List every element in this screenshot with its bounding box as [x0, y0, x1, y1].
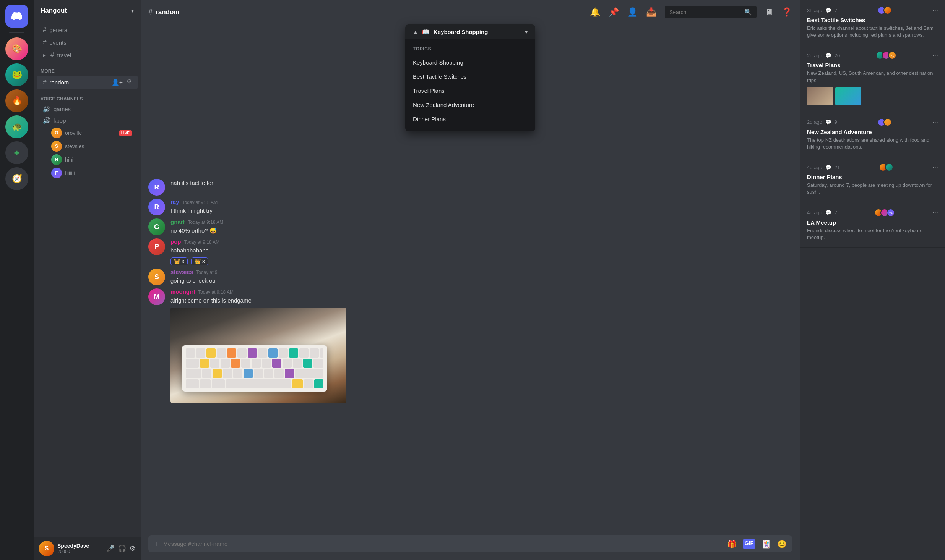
voice-username-oroville: oroville [65, 130, 82, 136]
server-name: Hangout [41, 7, 67, 15]
message-text-gnarf: no 40% ortho? 😅 [170, 227, 792, 235]
message-text-partial: nah it's tactile for [170, 179, 792, 187]
notification-bell-icon[interactable]: 🔔 [590, 7, 600, 17]
thread-best-tactile[interactable]: 3h ago 💬 7 ··· Best Tactile Switches Eri… [800, 0, 945, 45]
main-content: # random 🔔 📌 👤 📥 🔍 🖥 ❓ ▲ 📖 Keyboard Shop… [141, 0, 800, 560]
voice-user-fiiiiiii[interactable]: F fiiiiiii [37, 167, 138, 180]
channel-events[interactable]: # events [37, 36, 138, 49]
deafen-icon[interactable]: 🎧 [118, 544, 126, 553]
thread-preview-dinner: Saturday, around 7, people are meeting u… [807, 182, 938, 196]
thread-comment-count-dinner: 21 [835, 165, 840, 170]
message-stevsies: S stevsies Today at 9 going to check ou [141, 267, 800, 287]
topic-dropdown-wrapper: ▲ 📖 Keyboard Shopping ▾ TOPICS Keyboard … [405, 24, 535, 131]
topic-option-keyboard-shopping[interactable]: Keyboard Shopping [405, 55, 535, 70]
search-bar[interactable]: 🔍 [665, 6, 757, 18]
voice-channel-kpop[interactable]: 🔊 kpop [37, 115, 138, 126]
thread-more-menu-nz[interactable]: ··· [932, 118, 938, 126]
message-content-stevsies: stevsies Today at 9 going to check ou [170, 269, 792, 285]
help-icon[interactable]: ❓ [782, 7, 792, 17]
user-info: SpeedyDave #0000 [57, 543, 103, 554]
message-content-ray: ray Today at 9:18 AM I think I might try [170, 199, 792, 215]
server-icon-discord[interactable] [5, 5, 28, 28]
inbox-2-icon[interactable]: 🖥 [765, 7, 773, 17]
voice-username-hihi: hihi [65, 157, 73, 163]
thread-la-meetup[interactable]: 4d ago 💬 7 +1 ··· LA Meetup Friends disc… [800, 202, 945, 248]
thread-comment-count-travel: 20 [835, 53, 840, 58]
topic-option-travel-plans[interactable]: Travel Plans [405, 84, 535, 98]
user-settings-icon[interactable]: ⚙ [129, 544, 135, 553]
add-member-button[interactable]: 👤+ [110, 78, 124, 87]
message-timestamp-stevsies: Today at 9 [196, 270, 217, 275]
server-icon-turtle[interactable]: 🐢 [5, 115, 28, 138]
more-section-label: MORE [34, 62, 141, 75]
thread-preview-la: Friends discuss where to meet for the Ap… [807, 227, 938, 241]
thread-travel-plans[interactable]: 2d ago 💬 20 +1 ··· Travel Plans New Zeal… [800, 45, 945, 112]
message-timestamp-pop: Today at 9:18 AM [184, 240, 220, 245]
message-author-moongirl: moongirl [170, 288, 195, 295]
avatar-pop: P [148, 238, 165, 255]
add-attachment-button[interactable]: + [154, 539, 159, 549]
voice-label: VOICE CHANNELS [41, 96, 83, 102]
reaction-crown-2[interactable]: 👑 3 [191, 257, 208, 265]
topic-option-best-tactile[interactable]: Best Tactile Switches [405, 70, 535, 84]
thread-dinner-plans[interactable]: 4d ago 💬 21 ··· Dinner Plans Saturday, a… [800, 157, 945, 202]
message-header-stevsies: stevsies Today at 9 [170, 269, 792, 275]
gif-icon[interactable]: GIF [743, 539, 755, 549]
voice-user-stevsies[interactable]: S stevsies [37, 140, 138, 153]
settings-icon[interactable]: ⚙ [127, 78, 132, 87]
voice-channel-name-kpop: kpop [54, 117, 66, 124]
voice-username-fiiiiiii: fiiiiiii [65, 170, 75, 176]
thread-more-menu-la[interactable]: ··· [932, 209, 938, 217]
avatar-stevsies-small: S [51, 141, 62, 152]
emoji-icon[interactable]: 😊 [777, 539, 787, 549]
search-input[interactable] [669, 9, 741, 15]
thread-time-dinner: 4d ago [807, 165, 822, 170]
thread-more-menu-travel[interactable]: ··· [932, 52, 938, 60]
message-text-pop: hahahahahaha [170, 246, 792, 254]
thread-more-menu-best-tactile[interactable]: ··· [932, 6, 938, 15]
thread-nz-adventure[interactable]: 2d ago 💬 9 ··· New Zealand Adventure The… [800, 112, 945, 157]
collapse-icon: ▲ [413, 29, 418, 35]
thread-preview-nz: The top NZ destinations are shared along… [807, 137, 938, 151]
thread-more-menu-dinner[interactable]: ··· [932, 163, 938, 172]
message-input[interactable] [163, 535, 723, 552]
channel-travel[interactable]: ▶ # travel [37, 49, 138, 61]
thread-images-travel [807, 87, 938, 105]
mute-icon[interactable]: 🎤 [106, 544, 115, 553]
pin-icon[interactable]: 📌 [609, 7, 619, 17]
reaction-crown-1[interactable]: 👑 3 [170, 257, 188, 265]
inbox-icon[interactable]: 📥 [646, 7, 656, 17]
voice-user-hihi[interactable]: H hihi [37, 153, 138, 166]
add-server-button[interactable]: + [5, 141, 28, 164]
server-divider [9, 32, 24, 33]
topic-option-nz-adventure[interactable]: New Zealand Adventure [405, 98, 535, 112]
keyboard-image [170, 308, 346, 403]
volume-icon: 🔊 [43, 117, 50, 124]
sticker-icon[interactable]: 🃏 [762, 539, 771, 549]
hash-icon: # [43, 39, 46, 46]
topic-bar[interactable]: ▲ 📖 Keyboard Shopping ▾ [405, 24, 535, 39]
right-sidebar: 3h ago 💬 7 ··· Best Tactile Switches Eri… [800, 0, 945, 560]
sidebar-header[interactable]: Hangout ▾ [34, 0, 141, 20]
comment-icon: 💬 [825, 210, 831, 215]
channel-random[interactable]: # random 👤+ ⚙ [37, 76, 138, 89]
server-icon-campfire[interactable]: 🔥 [5, 89, 28, 112]
thread-title-dinner: Dinner Plans [807, 174, 938, 180]
comment-icon: 💬 [825, 165, 831, 170]
discover-servers-button[interactable]: 🧭 [5, 167, 28, 190]
message-author-gnarf: gnarf [170, 218, 185, 225]
main-header: # random 🔔 📌 👤 📥 🔍 🖥 ❓ [141, 0, 800, 24]
server-icon-art[interactable]: 🎨 [5, 37, 28, 60]
topic-option-dinner-plans[interactable]: Dinner Plans [405, 112, 535, 126]
gift-icon[interactable]: 🎁 [727, 539, 737, 549]
voice-channel-games[interactable]: 🔊 games [37, 104, 138, 115]
channel-name-header: # random [148, 8, 179, 16]
message-timestamp-ray: Today at 9:18 AM [182, 200, 218, 205]
header-icons: 🔔 📌 👤 📥 🔍 🖥 ❓ [590, 6, 792, 18]
members-icon[interactable]: 👤 [627, 7, 638, 17]
message-content-gnarf: gnarf Today at 9:18 AM no 40% ortho? 😅 [170, 218, 792, 235]
server-icon-frog[interactable]: 🐸 [5, 63, 28, 86]
channel-sidebar: Hangout ▾ # general # events ▶ # travel … [34, 0, 141, 560]
voice-user-oroville[interactable]: O oroville LIVE [37, 126, 138, 139]
channel-general[interactable]: # general [37, 24, 138, 36]
